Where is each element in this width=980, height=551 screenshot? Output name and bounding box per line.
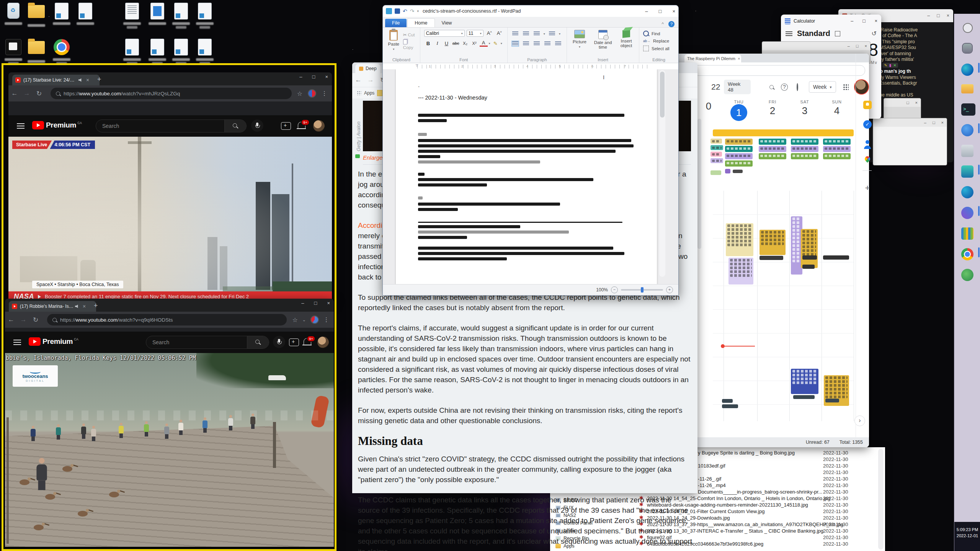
collapse-ribbon-icon[interactable]: ^ xyxy=(662,21,664,27)
wordpad-titlebar[interactable]: ↶ ↷ ▾ cedric's-stream-of-conciousness.rt… xyxy=(383,5,678,17)
forward-icon[interactable]: → xyxy=(364,76,377,84)
calendar-event[interactable] xyxy=(791,369,818,394)
minimize-button[interactable]: – xyxy=(301,300,304,306)
small-window[interactable]: –□× xyxy=(873,118,947,165)
paste-button[interactable]: Paste▾ xyxy=(387,30,401,51)
browser-tab-starbase[interactable]: (17) Starbase Live: 24/7 St... × xyxy=(12,75,100,85)
increase-indent-icon[interactable] xyxy=(523,31,529,36)
messenger-icon[interactable] xyxy=(961,207,973,219)
hamburger-menu-icon[interactable] xyxy=(13,340,21,345)
calendar-event[interactable] xyxy=(802,255,817,260)
redo-icon[interactable]: ↷ xyxy=(410,8,415,14)
view-select[interactable]: Week▾ xyxy=(809,81,836,93)
calendar-event-chip[interactable] xyxy=(725,160,753,167)
history-icon[interactable]: ↺ xyxy=(872,30,877,37)
contacts-icon[interactable] xyxy=(862,139,872,149)
cut-button[interactable]: ✂ Cut xyxy=(403,32,416,38)
window-controls[interactable]: –□× xyxy=(927,13,949,18)
search-icon[interactable] xyxy=(963,23,973,33)
calendar-event[interactable] xyxy=(760,256,783,260)
align-left-button[interactable] xyxy=(512,41,518,46)
tasks-icon[interactable]: ✓ xyxy=(862,120,872,130)
edge-icon[interactable] xyxy=(961,64,973,76)
document-area[interactable]: - --- 2022-11-30 - Wednesday I xyxy=(383,69,678,284)
decrease-indent-icon[interactable] xyxy=(512,31,518,36)
menu-kebab-icon[interactable]: ⋮ xyxy=(322,90,327,97)
day-header[interactable]: SUN4 xyxy=(823,100,851,117)
desktop-icon-file[interactable] xyxy=(73,3,98,25)
calendar-event-chip[interactable] xyxy=(759,139,786,145)
day-header-today[interactable]: THU1 xyxy=(725,100,753,121)
calendar-event[interactable] xyxy=(722,404,738,408)
close-button[interactable]: × xyxy=(865,44,867,48)
address-bar[interactable] xyxy=(687,65,865,76)
back-icon[interactable]: ← xyxy=(5,316,17,324)
close-button[interactable]: × xyxy=(325,74,328,80)
justify-button[interactable] xyxy=(544,41,550,46)
window-controls[interactable]: –□× xyxy=(873,118,947,127)
photos-icon[interactable] xyxy=(961,145,973,157)
minimize-button[interactable]: – xyxy=(851,18,853,24)
day-header[interactable]: SAT3 xyxy=(791,100,818,117)
calendar-event[interactable] xyxy=(726,223,753,256)
edit-pencil-icon[interactable]: ✎ xyxy=(884,63,887,68)
tab-view[interactable]: View xyxy=(435,19,459,27)
close-button[interactable]: × xyxy=(915,100,918,105)
task-view-icon[interactable] xyxy=(963,44,972,53)
maximize-button[interactable]: □ xyxy=(906,100,909,105)
create-icon[interactable] xyxy=(281,122,291,130)
zoom-slider[interactable] xyxy=(621,289,663,291)
calendar-event-chip[interactable] xyxy=(791,139,818,145)
calendar-event-chip[interactable] xyxy=(710,170,721,175)
app-icon[interactable] xyxy=(961,269,973,281)
voice-search-icon[interactable] xyxy=(251,119,263,132)
calendar-event-chip[interactable] xyxy=(733,170,743,173)
align-center-button[interactable] xyxy=(523,41,529,46)
line-spacing-icon[interactable] xyxy=(549,31,555,36)
tab-file[interactable]: File xyxy=(385,19,407,27)
tab-close-icon[interactable]: × xyxy=(86,77,89,83)
calendar-event-chip[interactable] xyxy=(710,158,723,163)
desktop-icon-folder[interactable] xyxy=(24,3,49,27)
calendar-event-chip[interactable] xyxy=(823,139,851,145)
search-input[interactable]: Search xyxy=(96,119,247,132)
menu-icon[interactable] xyxy=(786,31,792,36)
window-controls[interactable]: –□× xyxy=(851,18,877,24)
close-button[interactable]: × xyxy=(672,8,675,14)
scrollbar-thumb[interactable] xyxy=(660,72,665,118)
desktop-icon-file[interactable] xyxy=(168,3,194,29)
voice-search-icon[interactable] xyxy=(273,336,285,348)
minimize-button[interactable]: – xyxy=(927,13,930,18)
create-icon[interactable] xyxy=(289,338,299,346)
align-right-button[interactable] xyxy=(534,41,540,46)
scrollbar[interactable] xyxy=(659,70,665,277)
italic-button[interactable]: I xyxy=(433,40,441,47)
starbase-live-video[interactable]: Starbase Live 4:06:56 PM CST SpaceX • St… xyxy=(8,137,332,302)
window-controls[interactable]: –□× xyxy=(299,74,328,80)
scrollbar[interactable] xyxy=(878,449,884,549)
bookmark-star-icon[interactable]: ☆ xyxy=(297,90,302,97)
add-sidebar-item-button[interactable]: + xyxy=(862,183,872,193)
minimize-button[interactable]: – xyxy=(848,44,850,48)
bookmark-icon[interactable] xyxy=(377,90,382,96)
calendar-event-chip[interactable] xyxy=(725,146,753,152)
edge-icon[interactable] xyxy=(961,186,973,198)
browser-tab-marina[interactable]: (17) Robbie's Marina- Isla... × xyxy=(9,301,96,312)
desktop-icon-file[interactable] xyxy=(119,39,145,65)
close-button[interactable]: × xyxy=(875,18,877,24)
select-all-button[interactable]: Select all xyxy=(643,46,675,51)
highlight-button[interactable]: ✎ xyxy=(492,40,500,47)
help-icon[interactable]: ? xyxy=(668,21,675,27)
close-button[interactable]: × xyxy=(327,300,330,306)
notifications-bell-icon[interactable]: 9+ xyxy=(298,122,305,128)
list-icon[interactable] xyxy=(534,31,540,36)
maximize-button[interactable]: □ xyxy=(856,44,859,48)
terminal-icon[interactable]: >_ xyxy=(961,103,975,116)
address-bar[interactable]: https://www.youtube.com/watch?v=mhJRzQsL… xyxy=(51,88,292,99)
window-controls[interactable]: –□× xyxy=(301,300,330,306)
desktop-icon-folder[interactable] xyxy=(24,39,49,63)
calendar-event[interactable] xyxy=(823,255,849,260)
desktop-icon-file[interactable] xyxy=(145,39,170,65)
taskbar-clock[interactable]: 5:09:23 PM 2022-12-01 xyxy=(954,522,980,551)
document-page[interactable]: - --- 2022-11-30 - Wednesday xyxy=(396,69,657,284)
